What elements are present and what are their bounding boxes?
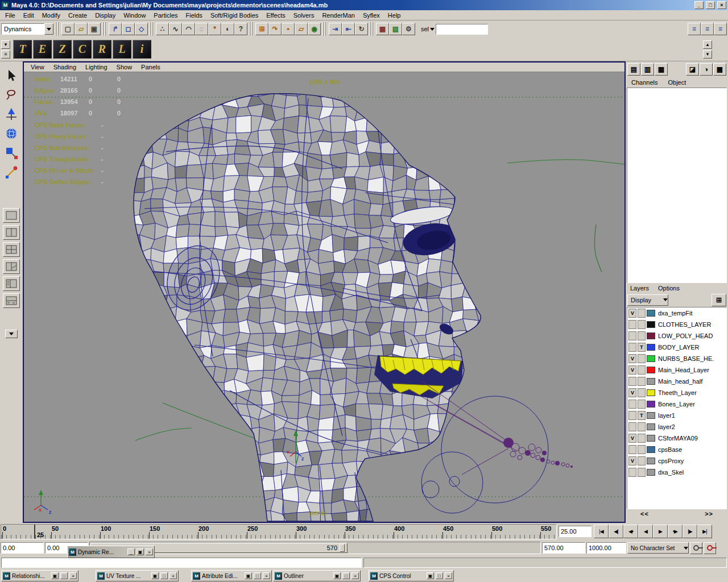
select-dynamics-mask-button[interactable]: *	[208, 23, 221, 35]
layout-hypergraph-button[interactable]	[3, 293, 20, 308]
move-tool[interactable]	[2, 105, 20, 124]
step-forward-key-button[interactable]: •▶	[668, 525, 682, 538]
new-layer-icon[interactable]: ⊞	[712, 294, 726, 306]
layer-row[interactable]: T BODY_LAYER	[627, 342, 726, 353]
layer-name[interactable]: CSforMAYA09	[658, 435, 698, 442]
toggle-ui-elements-2-icon[interactable]: ≡	[701, 23, 714, 35]
layer-type-toggle[interactable]	[638, 388, 646, 397]
input-connections-button[interactable]: ⇥	[329, 23, 342, 35]
contrast-icon[interactable]: ◑	[700, 63, 713, 76]
layer-type-toggle[interactable]: T	[638, 411, 646, 420]
layer-name[interactable]: Theeth_Layer	[658, 389, 697, 396]
maximize-window-button[interactable]: □	[342, 572, 350, 579]
layout-two-panes-button[interactable]	[3, 225, 20, 240]
layer-visibility-toggle[interactable]: V	[628, 456, 636, 465]
animation-start-field[interactable]	[1, 542, 44, 554]
layer-visibility-toggle[interactable]	[628, 400, 636, 409]
layer-color-swatch[interactable]	[647, 412, 655, 419]
layer-name[interactable]: layer1	[658, 412, 675, 419]
layer-name[interactable]: LOW_POLY_HEAD	[658, 332, 713, 339]
restore-window-button[interactable]: ▣	[245, 572, 252, 579]
menubar-item[interactable]: Effects	[262, 11, 289, 20]
layer-visibility-toggle[interactable]: V	[628, 309, 636, 318]
character-set-dropdown[interactable]: No Character Set	[627, 542, 689, 554]
shelf-button[interactable]: Z	[53, 40, 72, 59]
layer-visibility-toggle[interactable]: V	[628, 434, 636, 443]
viewport-menu-item[interactable]: Shading	[49, 63, 81, 71]
layer-type-toggle[interactable]	[638, 422, 646, 431]
minimized-window[interactable]: M Outliner ▣ □ ×	[273, 570, 361, 581]
layer-type-toggle[interactable]: T	[638, 343, 646, 352]
layer-color-swatch[interactable]	[647, 321, 655, 328]
layer-row[interactable]: cpsBase	[627, 444, 726, 455]
layer-visibility-toggle[interactable]: V	[628, 365, 636, 375]
layer-row[interactable]: V cpsProxy	[627, 455, 726, 467]
layer-color-swatch[interactable]	[647, 435, 655, 442]
layer-color-swatch[interactable]	[647, 469, 655, 476]
show-manipulator-tool[interactable]	[2, 163, 20, 182]
select-surfaces-mask-button[interactable]: ◠	[182, 23, 195, 35]
layer-display-mode-dropdown[interactable]: Display	[627, 294, 668, 306]
minimized-window[interactable]: M UV Texture ... ▣ □ ×	[96, 570, 179, 581]
layer-row[interactable]: Main_head_half	[627, 376, 726, 387]
layer-type-toggle[interactable]	[638, 309, 646, 318]
menubar-item[interactable]: Solvers	[289, 11, 318, 20]
shelf-button[interactable]: E	[33, 40, 52, 59]
quick-select-input[interactable]	[436, 24, 488, 35]
layer-color-swatch[interactable]	[647, 423, 655, 430]
channel-box-list[interactable]	[627, 88, 727, 283]
layer-scroll-right-button[interactable]: >>	[705, 510, 713, 517]
go-to-end-button[interactable]: ▶|	[697, 525, 712, 538]
restore-window-button[interactable]: ▣	[333, 572, 341, 579]
layer-name[interactable]: dxa_Skel	[658, 469, 684, 476]
current-frame-marker[interactable]	[34, 525, 35, 539]
restore-window-button[interactable]: ▣	[136, 548, 144, 555]
channel-names-icon[interactable]: ▤	[627, 63, 640, 76]
play-backwards-button[interactable]: ◀	[638, 525, 653, 538]
layout-single-pane-button[interactable]	[3, 208, 20, 223]
snap-to-grids-button[interactable]: ⊞	[255, 23, 268, 35]
viewport-menu-item[interactable]: Show	[112, 63, 137, 71]
layer-type-toggle[interactable]	[638, 468, 646, 477]
layout-more-button[interactable]	[5, 330, 18, 338]
layer-color-swatch[interactable]	[647, 401, 655, 408]
select-misc-mask-button[interactable]: ?	[234, 23, 247, 35]
select-by-hierarchy-button[interactable]: ↱	[109, 23, 122, 35]
menubar-item[interactable]: RenderMan	[318, 11, 358, 20]
select-rendering-mask-button[interactable]: ◐	[221, 23, 234, 35]
layer-color-swatch[interactable]	[647, 458, 655, 464]
layer-name[interactable]: NURBS_BASE_HE.	[658, 355, 714, 362]
minimized-window[interactable]: M Relationshi... ▣ □ ×	[1, 570, 78, 581]
layer-name[interactable]: BODY_LAYER	[658, 344, 700, 351]
layer-row[interactable]: CLOTHES_LAYER	[627, 319, 726, 330]
menubar-item[interactable]: Particles	[150, 11, 181, 20]
close-window-button[interactable]: ×	[69, 572, 77, 579]
layer-type-toggle[interactable]	[638, 320, 646, 329]
layer-name[interactable]: cpsBase	[658, 446, 682, 453]
layer-type-toggle[interactable]	[638, 354, 646, 363]
maximize-window-button[interactable]: □	[160, 572, 168, 579]
layer-type-toggle[interactable]	[638, 365, 646, 375]
layer-row[interactable]: V CSforMAYA09	[627, 433, 726, 444]
channel-speed-icon[interactable]: ▦	[655, 63, 668, 76]
step-back-frame-button[interactable]: ◀|	[609, 525, 623, 538]
step-back-key-button[interactable]: ◀•	[623, 525, 638, 538]
layer-row[interactable]: V NURBS_BASE_HE.	[627, 353, 726, 364]
layer-row[interactable]: Bones_Layer	[627, 398, 726, 410]
construction-history-button[interactable]: ↻	[355, 23, 368, 35]
viewport-menu-item[interactable]: Lighting	[81, 63, 112, 71]
layer-name[interactable]: dxa_tempFit	[658, 310, 693, 317]
shelf-button[interactable]: i	[133, 40, 151, 59]
go-to-start-button[interactable]: |◀	[594, 525, 609, 538]
layer-name[interactable]: layer2	[658, 423, 675, 430]
select-curves-mask-button[interactable]: ∿	[169, 23, 182, 35]
close-window-button[interactable]: ×	[146, 548, 153, 555]
chevron-down-icon[interactable]	[44, 23, 53, 35]
render-current-frame-button[interactable]: ▦	[376, 23, 389, 35]
close-window-button[interactable]: ×	[169, 572, 177, 579]
scale-tool[interactable]	[2, 143, 20, 163]
layer-visibility-toggle[interactable]	[628, 445, 636, 454]
minimize-button[interactable]: _	[694, 1, 704, 9]
layer-color-swatch[interactable]	[647, 378, 655, 385]
layer-visibility-toggle[interactable]	[628, 422, 636, 431]
